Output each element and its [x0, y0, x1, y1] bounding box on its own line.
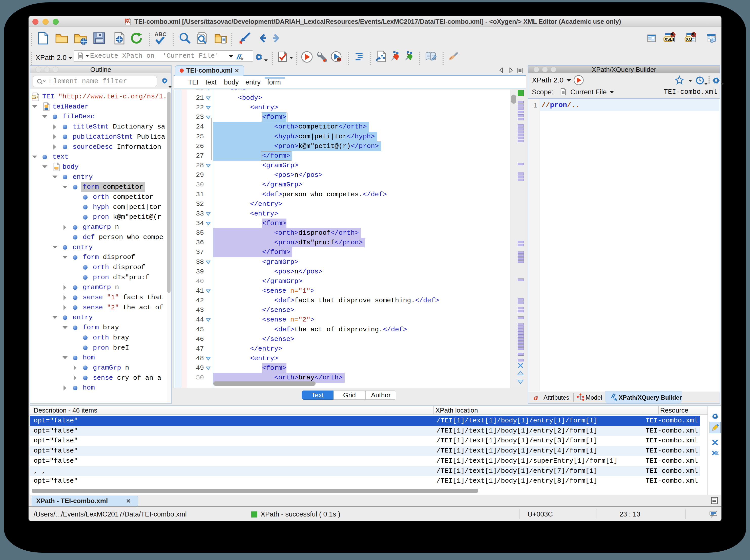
svg-text:XQ: XQ — [686, 37, 692, 42]
svg-text:TEI: TEI — [33, 96, 36, 99]
svg-text:XSLT: XSLT — [665, 37, 675, 41]
svg-text:a: a — [534, 393, 538, 402]
svg-text:ABC: ABC — [155, 31, 167, 37]
svg-text:XML: XML — [125, 19, 130, 21]
